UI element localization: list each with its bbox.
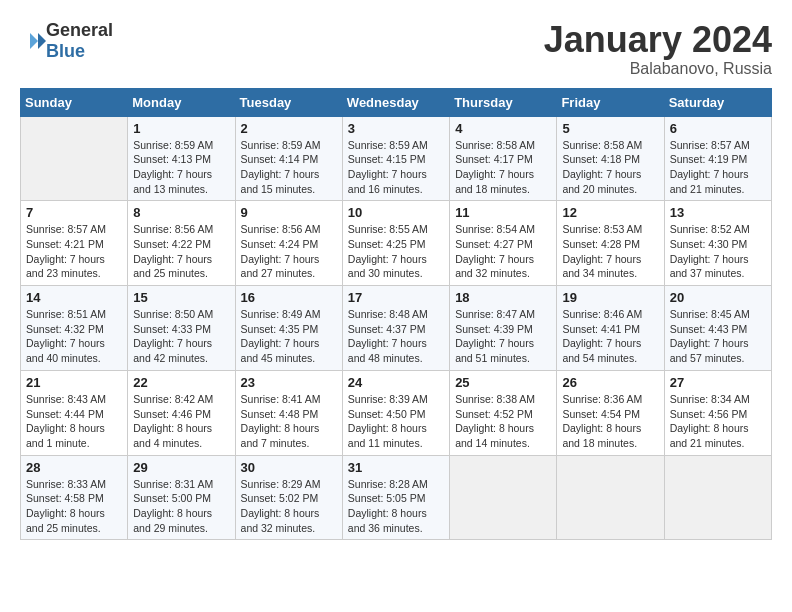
day-number: 24	[348, 375, 444, 390]
calendar-cell: 10Sunrise: 8:55 AMSunset: 4:25 PMDayligh…	[342, 201, 449, 286]
calendar-cell: 17Sunrise: 8:48 AMSunset: 4:37 PMDayligh…	[342, 286, 449, 371]
calendar-cell: 29Sunrise: 8:31 AMSunset: 5:00 PMDayligh…	[128, 455, 235, 540]
day-number: 28	[26, 460, 122, 475]
day-info: Sunrise: 8:31 AMSunset: 5:00 PMDaylight:…	[133, 477, 229, 536]
calendar-cell: 25Sunrise: 8:38 AMSunset: 4:52 PMDayligh…	[450, 370, 557, 455]
day-info: Sunrise: 8:58 AMSunset: 4:17 PMDaylight:…	[455, 138, 551, 197]
day-info: Sunrise: 8:50 AMSunset: 4:33 PMDaylight:…	[133, 307, 229, 366]
day-info: Sunrise: 8:56 AMSunset: 4:22 PMDaylight:…	[133, 222, 229, 281]
day-header-tuesday: Tuesday	[235, 88, 342, 116]
day-header-saturday: Saturday	[664, 88, 771, 116]
day-info: Sunrise: 8:59 AMSunset: 4:13 PMDaylight:…	[133, 138, 229, 197]
calendar-body: 1Sunrise: 8:59 AMSunset: 4:13 PMDaylight…	[21, 116, 772, 540]
day-number: 7	[26, 205, 122, 220]
day-info: Sunrise: 8:57 AMSunset: 4:19 PMDaylight:…	[670, 138, 766, 197]
day-number: 27	[670, 375, 766, 390]
day-info: Sunrise: 8:46 AMSunset: 4:41 PMDaylight:…	[562, 307, 658, 366]
day-number: 4	[455, 121, 551, 136]
week-row-1: 7Sunrise: 8:57 AMSunset: 4:21 PMDaylight…	[21, 201, 772, 286]
calendar-cell: 14Sunrise: 8:51 AMSunset: 4:32 PMDayligh…	[21, 286, 128, 371]
day-number: 30	[241, 460, 337, 475]
day-header-sunday: Sunday	[21, 88, 128, 116]
logo: General Blue	[20, 20, 113, 62]
day-number: 16	[241, 290, 337, 305]
day-number: 26	[562, 375, 658, 390]
day-header-thursday: Thursday	[450, 88, 557, 116]
calendar-cell: 22Sunrise: 8:42 AMSunset: 4:46 PMDayligh…	[128, 370, 235, 455]
day-info: Sunrise: 8:55 AMSunset: 4:25 PMDaylight:…	[348, 222, 444, 281]
calendar-cell	[557, 455, 664, 540]
day-number: 8	[133, 205, 229, 220]
title-block: January 2024 Balabanovo, Russia	[544, 20, 772, 78]
calendar-cell: 11Sunrise: 8:54 AMSunset: 4:27 PMDayligh…	[450, 201, 557, 286]
day-number: 19	[562, 290, 658, 305]
calendar-cell: 1Sunrise: 8:59 AMSunset: 4:13 PMDaylight…	[128, 116, 235, 201]
day-info: Sunrise: 8:36 AMSunset: 4:54 PMDaylight:…	[562, 392, 658, 451]
logo-icon	[22, 29, 46, 53]
day-info: Sunrise: 8:34 AMSunset: 4:56 PMDaylight:…	[670, 392, 766, 451]
calendar-cell: 19Sunrise: 8:46 AMSunset: 4:41 PMDayligh…	[557, 286, 664, 371]
calendar-cell: 23Sunrise: 8:41 AMSunset: 4:48 PMDayligh…	[235, 370, 342, 455]
day-info: Sunrise: 8:38 AMSunset: 4:52 PMDaylight:…	[455, 392, 551, 451]
day-info: Sunrise: 8:28 AMSunset: 5:05 PMDaylight:…	[348, 477, 444, 536]
month-title: January 2024	[544, 20, 772, 60]
day-number: 2	[241, 121, 337, 136]
calendar-cell	[450, 455, 557, 540]
day-info: Sunrise: 8:51 AMSunset: 4:32 PMDaylight:…	[26, 307, 122, 366]
day-info: Sunrise: 8:54 AMSunset: 4:27 PMDaylight:…	[455, 222, 551, 281]
day-number: 9	[241, 205, 337, 220]
day-info: Sunrise: 8:56 AMSunset: 4:24 PMDaylight:…	[241, 222, 337, 281]
calendar-cell: 20Sunrise: 8:45 AMSunset: 4:43 PMDayligh…	[664, 286, 771, 371]
calendar-cell: 28Sunrise: 8:33 AMSunset: 4:58 PMDayligh…	[21, 455, 128, 540]
day-info: Sunrise: 8:48 AMSunset: 4:37 PMDaylight:…	[348, 307, 444, 366]
day-info: Sunrise: 8:49 AMSunset: 4:35 PMDaylight:…	[241, 307, 337, 366]
day-info: Sunrise: 8:29 AMSunset: 5:02 PMDaylight:…	[241, 477, 337, 536]
day-info: Sunrise: 8:59 AMSunset: 4:14 PMDaylight:…	[241, 138, 337, 197]
logo-blue-text: Blue	[46, 41, 85, 61]
day-number: 23	[241, 375, 337, 390]
calendar-cell: 16Sunrise: 8:49 AMSunset: 4:35 PMDayligh…	[235, 286, 342, 371]
calendar-cell: 13Sunrise: 8:52 AMSunset: 4:30 PMDayligh…	[664, 201, 771, 286]
day-number: 18	[455, 290, 551, 305]
day-number: 1	[133, 121, 229, 136]
day-number: 14	[26, 290, 122, 305]
day-info: Sunrise: 8:41 AMSunset: 4:48 PMDaylight:…	[241, 392, 337, 451]
location-subtitle: Balabanovo, Russia	[544, 60, 772, 78]
calendar-cell: 15Sunrise: 8:50 AMSunset: 4:33 PMDayligh…	[128, 286, 235, 371]
day-number: 11	[455, 205, 551, 220]
day-info: Sunrise: 8:59 AMSunset: 4:15 PMDaylight:…	[348, 138, 444, 197]
week-row-3: 21Sunrise: 8:43 AMSunset: 4:44 PMDayligh…	[21, 370, 772, 455]
day-header-wednesday: Wednesday	[342, 88, 449, 116]
day-info: Sunrise: 8:33 AMSunset: 4:58 PMDaylight:…	[26, 477, 122, 536]
day-info: Sunrise: 8:52 AMSunset: 4:30 PMDaylight:…	[670, 222, 766, 281]
calendar-cell: 24Sunrise: 8:39 AMSunset: 4:50 PMDayligh…	[342, 370, 449, 455]
day-number: 3	[348, 121, 444, 136]
calendar-cell: 12Sunrise: 8:53 AMSunset: 4:28 PMDayligh…	[557, 201, 664, 286]
day-number: 29	[133, 460, 229, 475]
calendar-cell	[21, 116, 128, 201]
week-row-0: 1Sunrise: 8:59 AMSunset: 4:13 PMDaylight…	[21, 116, 772, 201]
days-header-row: SundayMondayTuesdayWednesdayThursdayFrid…	[21, 88, 772, 116]
calendar-cell: 27Sunrise: 8:34 AMSunset: 4:56 PMDayligh…	[664, 370, 771, 455]
day-header-monday: Monday	[128, 88, 235, 116]
logo-general-text: General	[46, 20, 113, 40]
day-info: Sunrise: 8:45 AMSunset: 4:43 PMDaylight:…	[670, 307, 766, 366]
calendar-cell: 31Sunrise: 8:28 AMSunset: 5:05 PMDayligh…	[342, 455, 449, 540]
day-number: 21	[26, 375, 122, 390]
day-info: Sunrise: 8:39 AMSunset: 4:50 PMDaylight:…	[348, 392, 444, 451]
calendar-cell: 30Sunrise: 8:29 AMSunset: 5:02 PMDayligh…	[235, 455, 342, 540]
day-number: 6	[670, 121, 766, 136]
day-header-friday: Friday	[557, 88, 664, 116]
calendar-cell: 5Sunrise: 8:58 AMSunset: 4:18 PMDaylight…	[557, 116, 664, 201]
calendar-table: SundayMondayTuesdayWednesdayThursdayFrid…	[20, 88, 772, 541]
calendar-cell: 7Sunrise: 8:57 AMSunset: 4:21 PMDaylight…	[21, 201, 128, 286]
calendar-cell: 26Sunrise: 8:36 AMSunset: 4:54 PMDayligh…	[557, 370, 664, 455]
day-number: 15	[133, 290, 229, 305]
week-row-4: 28Sunrise: 8:33 AMSunset: 4:58 PMDayligh…	[21, 455, 772, 540]
day-number: 31	[348, 460, 444, 475]
calendar-cell: 8Sunrise: 8:56 AMSunset: 4:22 PMDaylight…	[128, 201, 235, 286]
day-number: 5	[562, 121, 658, 136]
day-info: Sunrise: 8:58 AMSunset: 4:18 PMDaylight:…	[562, 138, 658, 197]
day-number: 13	[670, 205, 766, 220]
calendar-cell: 3Sunrise: 8:59 AMSunset: 4:15 PMDaylight…	[342, 116, 449, 201]
